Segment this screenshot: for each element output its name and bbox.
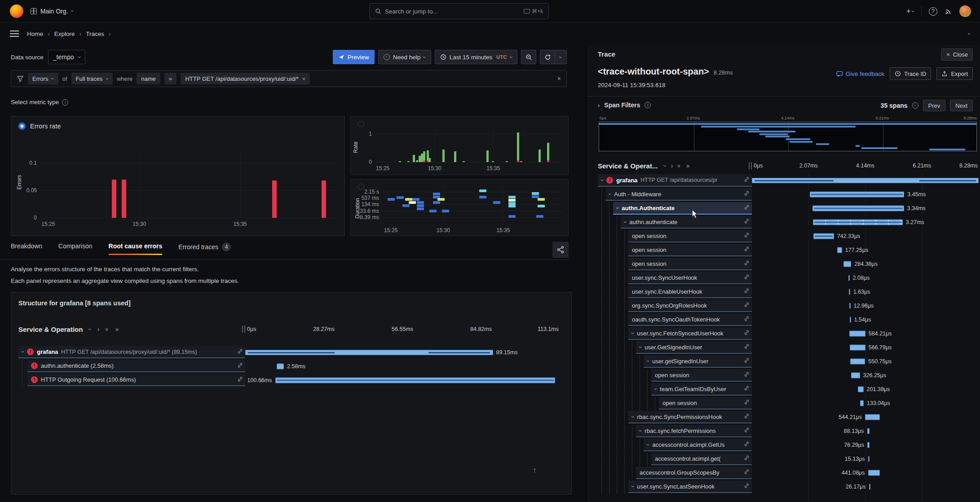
link-icon[interactable]	[744, 455, 750, 462]
datasource-picker[interactable]: _tempo›	[48, 50, 85, 64]
error-bar[interactable]	[272, 181, 277, 218]
chevron-down-icon[interactable]: ›	[638, 430, 644, 432]
rate-bar[interactable]	[423, 151, 425, 160]
filter-operator-pill[interactable]: =	[164, 73, 177, 84]
span-bar[interactable]	[860, 401, 864, 406]
breadcrumb-item[interactable]: Traces	[86, 31, 104, 37]
zoom-out-button[interactable]	[521, 50, 536, 64]
span-filters-toggle[interactable]: › Span Filters i	[598, 101, 651, 109]
rate-bar[interactable]	[463, 161, 465, 163]
span-bar[interactable]	[843, 261, 851, 267]
span-name-cell[interactable]: oauth.sync.SyncOauthTokenHook	[628, 313, 752, 326]
link-icon[interactable]	[744, 232, 750, 239]
chevron-down-icon[interactable]: ›	[600, 179, 605, 181]
heatmap-cell[interactable]	[417, 204, 424, 207]
duration-radio[interactable]	[358, 184, 364, 190]
search-input[interactable]: Search or jump to... ⌘+k	[369, 3, 549, 19]
grafana-logo-icon[interactable]	[10, 4, 23, 18]
link-icon[interactable]	[237, 348, 243, 356]
filter-metric-pill[interactable]: Errors›	[28, 73, 58, 84]
heatmap-cell[interactable]	[417, 201, 424, 204]
span-bar[interactable]	[849, 331, 865, 337]
span-name-cell[interactable]: accesscontrol.GroupScopesBy	[636, 467, 752, 479]
link-icon[interactable]	[744, 357, 750, 365]
span-bar[interactable]	[849, 303, 851, 309]
link-icon[interactable]	[744, 483, 750, 490]
span-name-cell[interactable]: ›Auth - Middleware	[605, 188, 752, 201]
span-row[interactable]: ›!grafanaHTTP GET /api/datasources/pr	[598, 174, 978, 187]
tab-comparison[interactable]: Comparison	[58, 242, 92, 255]
heatmap-cell[interactable]	[508, 199, 516, 202]
span-bar[interactable]	[245, 350, 493, 355]
span-row[interactable]: !HTTP Outgoing Request (100.66ms)100.66m…	[18, 374, 564, 386]
rate-error-bar[interactable]	[517, 160, 519, 162]
span-row[interactable]: org.sync.SyncOrgRolesHook12.96μs	[598, 299, 978, 312]
span-name-cell[interactable]: org.sync.SyncOrgRolesHook	[628, 299, 752, 312]
rate-error-bar[interactable]	[547, 160, 549, 162]
span-bar[interactable]	[837, 247, 842, 253]
link-icon[interactable]	[744, 204, 750, 211]
heatmap-cell[interactable]	[538, 205, 545, 207]
tab-root-cause-errors[interactable]: Root cause errors	[109, 242, 163, 255]
add-button[interactable]: +›	[906, 7, 914, 15]
give-feedback-link[interactable]: Give feedback	[836, 70, 884, 77]
export-button[interactable]: Export	[936, 67, 973, 80]
heatmap-cell[interactable]	[442, 210, 449, 212]
link-icon[interactable]	[744, 330, 750, 337]
span-name-cell[interactable]: open session	[628, 230, 752, 242]
rate-bar[interactable]	[399, 161, 401, 163]
avatar[interactable]	[959, 5, 971, 17]
rate-bar[interactable]	[539, 150, 541, 162]
collapse-one-icon[interactable]: ›	[87, 328, 93, 330]
heatmap-cell[interactable]	[412, 198, 419, 201]
link-icon[interactable]	[237, 376, 243, 383]
prev-button[interactable]: Prev	[923, 100, 946, 111]
heatmap-cell[interactable]	[532, 192, 539, 195]
errors-rate-radio[interactable]	[18, 123, 26, 130]
column-resize-handle[interactable]	[749, 162, 752, 169]
span-name-cell[interactable]: accesscontrol.acimpl.get(	[651, 453, 752, 465]
preview-button[interactable]: Preview	[333, 50, 375, 64]
trace-minimap[interactable]	[599, 122, 977, 151]
news-rss-icon[interactable]	[945, 8, 952, 15]
heatmap-cell[interactable]	[508, 215, 516, 218]
span-row[interactable]: open session742.33μs	[598, 230, 978, 242]
rate-bar[interactable]	[547, 143, 549, 160]
expand-all-icon[interactable]: »	[115, 326, 119, 333]
span-name-cell[interactable]: ›accesscontrol.acimpl.GetUs	[644, 439, 752, 451]
heatmap-cell[interactable]	[409, 201, 416, 204]
collapse-all-icon[interactable]: »	[105, 327, 110, 330]
chevron-down-icon[interactable]: ›	[630, 332, 636, 334]
heatmap-cell[interactable]	[433, 201, 440, 204]
rate-bar[interactable]	[416, 160, 418, 162]
expand-one-icon[interactable]: ›	[97, 326, 100, 333]
rate-bar[interactable]	[442, 150, 445, 162]
close-button[interactable]: × Close	[941, 48, 973, 61]
tab-breakdown[interactable]: Breakdown	[11, 242, 42, 255]
clear-filters-icon[interactable]: ×	[557, 75, 561, 82]
heatmap-cell[interactable]	[508, 196, 516, 198]
heatmap-cell[interactable]	[397, 196, 404, 199]
link-icon[interactable]	[744, 302, 750, 309]
heatmap-cell[interactable]	[437, 198, 445, 201]
span-bar[interactable]	[851, 373, 860, 379]
link-icon[interactable]	[744, 260, 750, 267]
span-name-cell[interactable]: ›user.sync.FetchSyncedUserHook	[628, 327, 752, 340]
span-name-cell[interactable]: ›rbac.sync.fetchPermissions	[636, 425, 752, 437]
expand-all-icon[interactable]: »	[686, 162, 690, 169]
rate-bar[interactable]	[407, 161, 410, 163]
span-row[interactable]: ›user.sync.SyncLastSeenHook26.17μs	[598, 480, 978, 493]
span-name-cell[interactable]: ›team.GetTeamIDsByUser	[651, 383, 752, 396]
rate-bar[interactable]	[454, 151, 456, 162]
span-row[interactable]: accesscontrol.acimpl.get(15.13μs	[598, 453, 978, 465]
span-row[interactable]: ›authn.authenticate3.27ms	[598, 216, 978, 229]
heatmap-cell[interactable]	[508, 202, 516, 205]
span-row[interactable]: ›accesscontrol.acimpl.GetUs76.29μs	[598, 439, 978, 451]
link-icon[interactable]	[744, 288, 750, 295]
span-row[interactable]: ›rbac.sync.fetchPermissions88.13μs	[598, 425, 978, 437]
need-help-button[interactable]: i Need help›	[378, 50, 431, 64]
chevron-down-icon[interactable]: ›	[638, 346, 644, 348]
span-bar[interactable]	[869, 484, 870, 490]
span-bar[interactable]	[275, 377, 555, 383]
link-icon[interactable]	[744, 218, 750, 225]
